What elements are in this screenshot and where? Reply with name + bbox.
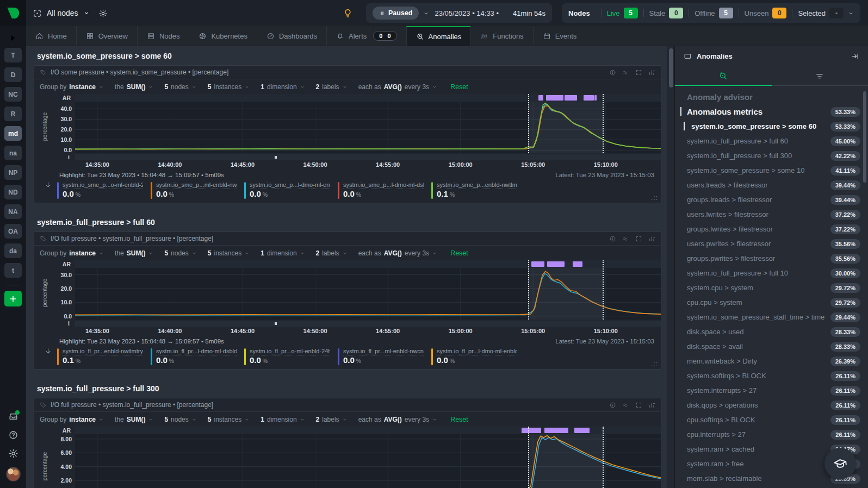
anomalous-metric-row[interactable]: cpu.softirqs > BLOCK26.11% bbox=[687, 415, 860, 425]
news-bulb-icon[interactable] bbox=[343, 8, 353, 18]
help-icon[interactable] bbox=[8, 430, 18, 440]
paused-button[interactable]: Paused bbox=[373, 7, 419, 20]
resize-handle-icon[interactable]: .:: bbox=[651, 360, 658, 368]
node-state-offline[interactable]: Offline5 bbox=[695, 8, 733, 18]
legend-item[interactable]: systm.io_fl_pr...o-ml-enbld-24h0.0% bbox=[244, 348, 338, 365]
toolbar-control[interactable]: theSUM() bbox=[115, 416, 153, 423]
space-tile-nd[interactable]: ND bbox=[4, 185, 22, 199]
anomalous-metric-row[interactable]: users.pwrites > filestressor35.56% bbox=[687, 239, 860, 249]
anomalous-metric-row[interactable]: system.io_full_pressure > full 6045.00% bbox=[687, 136, 860, 146]
resize-handle-icon[interactable]: .:: bbox=[651, 194, 658, 202]
tab-home[interactable]: Home bbox=[26, 26, 76, 46]
legend-item[interactable]: systm.io_fl_pr...enbld-nwtlmtry0.1% bbox=[57, 348, 151, 365]
anomalous-metric-row[interactable]: mem.writeback > Dirty26.39% bbox=[687, 356, 860, 366]
anomalous-metric-row[interactable]: groups.lreads > filestressor39.44% bbox=[687, 195, 860, 205]
user-avatar[interactable] bbox=[6, 467, 21, 481]
space-tile-t[interactable]: T bbox=[4, 48, 22, 62]
reset-button[interactable]: Reset bbox=[450, 249, 468, 257]
toolbar-control[interactable]: 5instances bbox=[208, 416, 250, 423]
chart-plot-area[interactable]: ARpercentage30.020.010.00.0i14:35:0014:4… bbox=[34, 260, 661, 334]
anomalous-metric-row[interactable]: users.lwrites > filestressor37.22% bbox=[687, 210, 860, 220]
legend-item[interactable]: systm.io_fl_pr...l-dmo-ml-enbld0.0% bbox=[431, 348, 525, 365]
toolbar-control[interactable]: Group byinstance bbox=[40, 416, 104, 423]
toolbar-control[interactable]: 2labels bbox=[316, 249, 348, 257]
tab-events[interactable]: Events bbox=[533, 26, 586, 46]
toolbar-control[interactable]: 5instances bbox=[208, 83, 250, 91]
anomalous-metric-row[interactable]: system.io_some_pressure > some 6053.33% bbox=[687, 122, 860, 132]
anomalous-metric-row[interactable]: system.io_some_pressure > some 1041.11% bbox=[687, 166, 860, 176]
tab-anomaly-filters[interactable] bbox=[772, 66, 868, 85]
node-state-selected[interactable]: Selected- bbox=[798, 8, 844, 18]
collapse-sidebar-icon[interactable] bbox=[851, 52, 859, 60]
tab-functions[interactable]: f(x)Functions bbox=[470, 26, 532, 46]
nodes-chevron-icon[interactable] bbox=[848, 10, 854, 16]
toolbar-control[interactable]: each asAVG()every 3s bbox=[358, 416, 438, 423]
highlight-region[interactable] bbox=[528, 268, 603, 320]
anomalous-metric-row[interactable]: users.lreads > filestressor39.44% bbox=[687, 180, 860, 190]
tab-kubernetes[interactable]: Kubernetes bbox=[189, 26, 257, 46]
space-tile-d[interactable]: D bbox=[4, 67, 22, 82]
space-tile-da[interactable]: da bbox=[4, 243, 22, 258]
tab-overview[interactable]: Overview bbox=[76, 26, 137, 46]
space-tile-np[interactable]: NP bbox=[4, 165, 22, 180]
anomalous-metric-row[interactable]: Anomalous metrics53.33% bbox=[687, 107, 860, 117]
anomalous-metric-row[interactable]: system.io_some_pressure_stall_time > tim… bbox=[687, 312, 860, 322]
invite-icon[interactable] bbox=[8, 411, 18, 422]
toolbar-control[interactable]: 2labels bbox=[316, 83, 348, 91]
space-tile-nc[interactable]: NC bbox=[4, 87, 22, 102]
toolbar-control[interactable]: each asAVG()every 3s bbox=[358, 249, 438, 257]
date-range-label[interactable]: 23/05/2023 • 14:33 • bbox=[435, 9, 499, 17]
learn-button[interactable] bbox=[824, 448, 856, 479]
toolbar-control[interactable]: 1dimension bbox=[261, 83, 305, 91]
anomalous-metric-row[interactable]: disk.space > avail28.33% bbox=[687, 342, 860, 352]
anomalous-metric-row[interactable]: cpu.interrupts > 2726.11% bbox=[687, 430, 860, 440]
legend-item[interactable]: systm.io_sme_p...enbld-nwtlmtry0.1% bbox=[431, 182, 525, 199]
legend-item[interactable]: systm.io_sme_p...o-ml-enbld-24h0.0% bbox=[57, 182, 151, 199]
anomalous-metric-row[interactable]: system.io_full_pressure > full 30042.22% bbox=[687, 151, 860, 161]
space-tile-t[interactable]: t bbox=[4, 263, 22, 278]
toolbar-control[interactable]: Group byinstance bbox=[40, 249, 104, 257]
legend-item[interactable]: systm.io_fl_pr...ml-enbld-nwcnf0.0% bbox=[338, 348, 431, 365]
toolbar-control[interactable]: 5nodes bbox=[164, 416, 196, 423]
chart-plot-area[interactable]: ARpercentage8.006.004.002.000.00i14:35:0… bbox=[34, 427, 661, 488]
anomalous-metric-row[interactable]: groups.pwrites > filestressor35.56% bbox=[687, 254, 860, 264]
anomalous-metric-row[interactable]: system.io_full_pressure > full 1030.00% bbox=[687, 268, 860, 278]
main-scrollbar-thumb[interactable] bbox=[669, 48, 673, 87]
add-space-button[interactable] bbox=[4, 291, 22, 306]
node-state-unseen[interactable]: Unseen0 bbox=[745, 8, 787, 18]
anomalous-metric-row[interactable]: disk.space > used28.33% bbox=[687, 327, 860, 337]
node-state-live[interactable]: Live5 bbox=[607, 8, 638, 18]
legend-item[interactable]: systm.io_fl_pr...l-dmo-ml-dsbld0.0% bbox=[151, 348, 244, 365]
space-tile-na[interactable]: NA bbox=[4, 204, 22, 219]
expand-rail-icon[interactable] bbox=[9, 34, 17, 42]
toolbar-control[interactable]: 1dimension bbox=[261, 249, 305, 257]
tab-anomaly-advisor[interactable] bbox=[675, 66, 772, 85]
highlight-region[interactable] bbox=[528, 102, 603, 153]
anomalous-metric-row[interactable]: system.softirqs > BLOCK26.11% bbox=[687, 371, 860, 381]
toolbar-control[interactable]: 1dimension bbox=[261, 416, 305, 423]
toolbar-control[interactable]: theSUM() bbox=[115, 249, 153, 257]
anomalous-metric-row[interactable]: disk.qops > operations26.11% bbox=[687, 401, 860, 410]
toolbar-control[interactable]: 5instances bbox=[208, 249, 250, 257]
space-tile-md[interactable]: md bbox=[4, 126, 22, 141]
legend-item[interactable]: systm.io_sme_p...l-dmo-ml-dsbld0.0% bbox=[338, 182, 431, 199]
space-tile-na[interactable]: na bbox=[4, 146, 22, 160]
toolbar-control[interactable]: 2labels bbox=[316, 416, 348, 423]
reset-button[interactable]: Reset bbox=[450, 83, 468, 91]
legend-item[interactable]: systm.io_sme_p...l-dmo-ml-enbld0.0% bbox=[244, 182, 338, 199]
toolbar-control[interactable]: 5nodes bbox=[164, 249, 196, 257]
anomalous-metric-row[interactable]: system.cpu > system29.72% bbox=[687, 283, 860, 293]
tab-alerts[interactable]: Alerts00 bbox=[326, 26, 406, 46]
node-state-stale[interactable]: Stale0 bbox=[649, 8, 684, 18]
settings-icon[interactable] bbox=[8, 448, 18, 459]
space-tile-r[interactable]: R bbox=[4, 107, 22, 121]
node-picker[interactable]: All nodes bbox=[33, 9, 90, 18]
toolbar-control[interactable]: 5nodes bbox=[164, 83, 196, 91]
anomalous-metric-row[interactable]: system.interrupts > 2726.11% bbox=[687, 386, 860, 396]
space-tile-oa[interactable]: OA bbox=[4, 224, 22, 239]
node-picker-settings-icon[interactable] bbox=[98, 9, 108, 18]
sidebar-scrollbar-thumb[interactable] bbox=[863, 91, 866, 183]
anomalous-metric-row[interactable]: cpu.cpu > system29.72% bbox=[687, 298, 860, 308]
tab-anomalies[interactable]: Anomalies bbox=[406, 26, 471, 46]
time-chevron-icon[interactable] bbox=[423, 10, 429, 16]
